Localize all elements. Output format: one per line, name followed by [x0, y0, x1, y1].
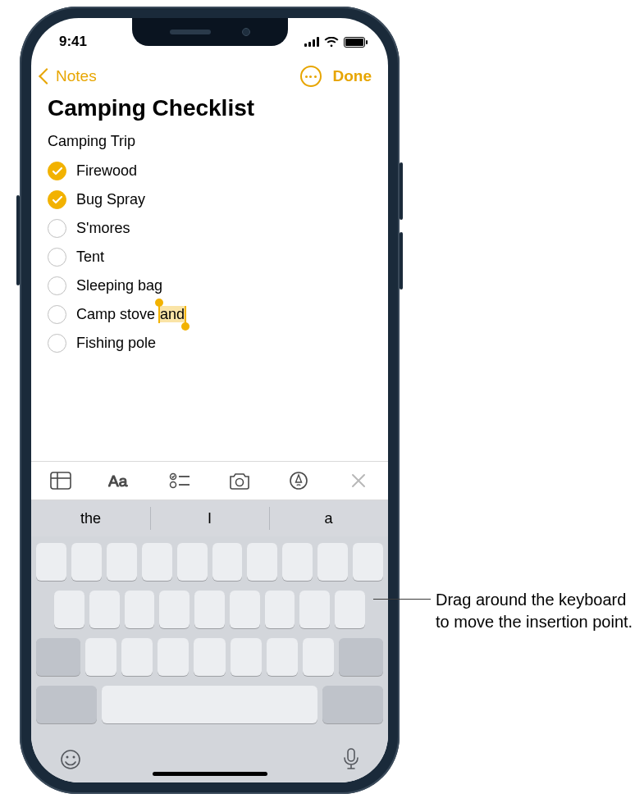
more-button[interactable]	[300, 66, 322, 87]
checklist-label: Firewood	[76, 162, 137, 180]
key-blank[interactable]	[85, 638, 116, 676]
key-blank[interactable]	[299, 591, 330, 628]
svg-rect-0	[51, 472, 71, 489]
side-button	[400, 162, 403, 220]
svg-text:Aa: Aa	[108, 472, 128, 490]
checkbox-icon[interactable]	[48, 219, 66, 238]
page-title: Camping Checklist	[31, 94, 388, 133]
checkbox-checked-icon[interactable]	[48, 162, 66, 180]
predictive-bar: the I a	[31, 500, 388, 536]
checkbox-icon[interactable]	[48, 334, 66, 353]
key-blank[interactable]	[267, 638, 298, 676]
key-blank[interactable]	[247, 543, 277, 581]
key-blank[interactable]	[212, 543, 243, 581]
status-time: 9:41	[59, 34, 87, 50]
key-blank[interactable]	[71, 543, 102, 581]
key-blank[interactable]	[89, 591, 120, 628]
key-blank[interactable]	[121, 638, 153, 676]
svg-point-12	[73, 756, 75, 759]
text-format-button[interactable]: Aa	[107, 468, 134, 494]
note-subtitle: Camping Trip	[48, 133, 372, 150]
checklist-item[interactable]: Fishing pole	[48, 329, 372, 358]
note-body[interactable]: Camping Trip Firewood Bug Spray S'mores …	[31, 133, 388, 461]
text-selection[interactable]: and	[159, 306, 185, 323]
camera-button[interactable]	[226, 468, 253, 494]
back-label: Notes	[56, 67, 97, 85]
volume-button	[16, 195, 20, 285]
svg-point-8	[235, 479, 243, 486]
annotation-callout: Drag around the keyboard to move the ins…	[373, 589, 641, 633]
checkbox-icon[interactable]	[48, 248, 66, 267]
checkbox-icon[interactable]	[48, 276, 66, 295]
checklist-item[interactable]: Camp stove and	[48, 300, 372, 329]
checklist-item[interactable]: Bug Spray	[48, 185, 372, 214]
key-blank[interactable]	[142, 543, 172, 581]
checklist-label: Bug Spray	[76, 191, 145, 208]
checklist-item[interactable]: Sleeping bag	[48, 271, 372, 300]
battery-icon	[344, 37, 365, 48]
svg-point-6	[171, 482, 176, 488]
key-blank[interactable]	[54, 591, 84, 628]
side-button	[400, 232, 403, 290]
format-toolbar: Aa	[31, 461, 388, 500]
checklist-item[interactable]: S'mores	[48, 214, 372, 243]
svg-point-10	[62, 750, 80, 769]
checklist-label: Tent	[76, 249, 104, 266]
close-toolbar-button[interactable]	[345, 468, 372, 494]
key-blank[interactable]	[159, 591, 190, 628]
suggestion[interactable]: a	[269, 500, 388, 536]
screen: 9:41 Notes Done Camping Checklist	[31, 18, 388, 782]
markup-button[interactable]	[285, 468, 312, 494]
key-blank[interactable]	[177, 543, 208, 581]
key-blank[interactable]	[335, 591, 365, 628]
key-blank[interactable]	[231, 638, 262, 676]
key-blank[interactable]	[303, 638, 334, 676]
checklist-label: S'mores	[76, 220, 130, 237]
cellular-icon	[304, 37, 319, 47]
checkbox-checked-icon[interactable]	[48, 190, 66, 209]
key-blank[interactable]	[194, 638, 225, 676]
table-button[interactable]	[48, 468, 74, 494]
key-blank[interactable]	[230, 591, 260, 628]
key-blank[interactable]	[194, 591, 225, 628]
key-blank[interactable]	[158, 638, 189, 676]
svg-rect-13	[348, 749, 354, 761]
key-blank[interactable]	[36, 638, 80, 676]
emoji-icon[interactable]	[59, 748, 82, 771]
key-space[interactable]	[102, 686, 317, 723]
key-blank[interactable]	[107, 543, 137, 581]
keyboard-trackpad[interactable]	[31, 536, 388, 782]
callout-text: Drag around the keyboard to move the ins…	[436, 589, 641, 633]
chevron-left-icon	[39, 68, 55, 84]
phone-frame: 9:41 Notes Done Camping Checklist	[20, 7, 400, 794]
key-blank[interactable]	[36, 686, 97, 723]
checklist-item[interactable]: Firewood	[48, 157, 372, 185]
checklist-label: Sleeping bag	[76, 277, 162, 294]
home-indicator[interactable]	[153, 772, 267, 776]
suggestion[interactable]: the	[31, 500, 150, 536]
key-blank[interactable]	[265, 591, 295, 628]
svg-point-11	[66, 756, 69, 759]
key-blank[interactable]	[36, 543, 66, 581]
back-button[interactable]: Notes	[41, 67, 97, 85]
suggestion[interactable]: I	[150, 500, 269, 536]
checklist-button[interactable]	[167, 468, 193, 494]
checklist-label-pre: Camp stove	[76, 306, 159, 322]
wifi-icon	[324, 37, 339, 48]
notch	[132, 18, 288, 46]
dictation-icon[interactable]	[342, 747, 360, 772]
key-blank[interactable]	[353, 543, 383, 581]
key-blank[interactable]	[282, 543, 313, 581]
selected-text: and	[159, 306, 185, 322]
checklist-item[interactable]: Tent	[48, 243, 372, 271]
key-blank[interactable]	[322, 686, 383, 723]
checkbox-icon[interactable]	[48, 305, 66, 324]
key-blank[interactable]	[317, 543, 348, 581]
done-button[interactable]: Done	[333, 67, 372, 85]
checklist-label: Fishing pole	[76, 335, 156, 352]
key-blank[interactable]	[125, 591, 155, 628]
key-blank[interactable]	[339, 638, 383, 676]
